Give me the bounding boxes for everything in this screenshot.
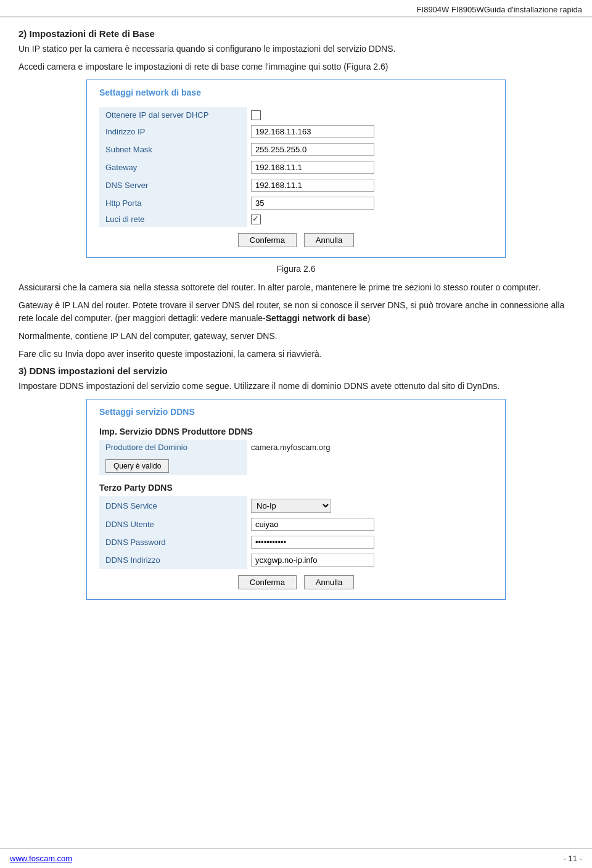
field-label-dhcp: Ottenere IP dal server DHCP	[99, 107, 247, 123]
provider-label: Produttore del Dominio	[99, 440, 247, 454]
http-input[interactable]	[251, 197, 374, 210]
field-value-dhcp	[247, 107, 493, 123]
footer-link[interactable]: www.foscam.com	[10, 854, 72, 863]
field-value-http	[247, 194, 493, 212]
ddns-address-value	[247, 551, 493, 569]
table-row: Luci di rete	[99, 212, 493, 227]
field-label-ip: Indirizzo IP	[99, 123, 247, 141]
query-button[interactable]: Query è valido	[105, 459, 169, 473]
section3-title: 3) DDNS impostazioni del servizio	[18, 366, 574, 376]
para3: Assicurarsi che la camera sia nella stes…	[18, 281, 574, 294]
table-row: DDNS Password	[99, 533, 493, 551]
field-label-http: Http Porta	[99, 194, 247, 212]
figure-caption: Figura 2.6	[18, 264, 574, 274]
ddns-user-label: DDNS Utente	[99, 515, 247, 533]
provider-value: camera.myfoscam.org	[247, 440, 493, 454]
query-empty-cell	[247, 454, 493, 475]
para4-bold: Settaggi network di base	[266, 313, 368, 323]
subnet-input[interactable]	[251, 143, 374, 156]
ddns-confirm-button[interactable]: Conferma	[238, 575, 297, 589]
table-row: Query è valido	[99, 454, 493, 475]
ddns-address-label: DDNS Indirizzo	[99, 551, 247, 569]
network-cancel-button[interactable]: Annulla	[304, 233, 354, 247]
table-row: Indirizzo IP	[99, 123, 493, 141]
header-title: FI8904W FI8905WGuida d'installazione rap…	[417, 5, 582, 14]
page-content: 2) Impostazioni di Rete di Base Un IP st…	[0, 17, 592, 643]
page-footer: www.foscam.com - 11 -	[0, 848, 592, 868]
field-value-subnet	[247, 141, 493, 158]
ddns-service-select[interactable]: No-Ip DynDns 3322	[251, 499, 331, 513]
table-row: DDNS Service No-Ip DynDns 3322	[99, 496, 493, 515]
ddns-box-title: Settaggi servizio DDNS	[99, 407, 493, 419]
page-number: - 11 -	[564, 854, 582, 863]
ddns-service-value: No-Ip DynDns 3322	[247, 496, 493, 515]
field-value-luci	[247, 212, 493, 227]
para6: Fare clic su Invia dopo aver inserito qu…	[18, 348, 574, 361]
third-party-title: Terzo Party DDNS	[99, 483, 493, 493]
table-row: DDNS Utente	[99, 515, 493, 533]
ddns-user-input[interactable]	[251, 518, 374, 531]
foscam-ddns-title: Imp. Servizio DDNS Produttore DDNS	[99, 427, 493, 436]
field-value-dns	[247, 176, 493, 194]
ip-input[interactable]	[251, 125, 374, 138]
page-header: FI8904W FI8905WGuida d'installazione rap…	[0, 0, 592, 17]
table-row: Http Porta	[99, 194, 493, 212]
section2-para1: Un IP statico per la camera è necessaria…	[18, 43, 574, 55]
section2-title: 2) Impostazioni di Rete di Base	[18, 28, 574, 39]
table-row: Subnet Mask	[99, 141, 493, 158]
field-label-subnet: Subnet Mask	[99, 141, 247, 158]
query-btn-cell: Query è valido	[99, 454, 247, 475]
network-box-title: Settaggi network di base	[99, 88, 493, 100]
network-settings-box: Settaggi network di base Ottenere IP dal…	[86, 80, 506, 258]
field-value-ip	[247, 123, 493, 141]
section3-para1: Impostare DDNS impostazioni del servizio…	[18, 380, 574, 393]
ddns-password-input[interactable]	[251, 536, 374, 549]
ddns-service-label: DDNS Service	[99, 496, 247, 515]
luci-checkbox[interactable]	[251, 215, 261, 224]
table-row: DDNS Indirizzo	[99, 551, 493, 569]
ddns-cancel-button[interactable]: Annulla	[304, 575, 354, 589]
field-label-gateway: Gateway	[99, 158, 247, 176]
network-button-row: Conferma Annulla	[99, 233, 493, 247]
section2-para2: Accedi camera e impostare le impostazion…	[18, 60, 574, 73]
table-row: DNS Server	[99, 176, 493, 194]
table-row: Produttore del Dominio camera.myfoscam.o…	[99, 440, 493, 454]
third-party-ddns-table: DDNS Service No-Ip DynDns 3322 DDNS Uten…	[99, 496, 493, 569]
ddns-address-input[interactable]	[251, 554, 374, 567]
dhcp-checkbox[interactable]	[251, 110, 261, 120]
para4: Gateway è IP LAN del router. Potete trov…	[18, 299, 574, 325]
network-confirm-button[interactable]: Conferma	[238, 233, 297, 247]
field-label-luci: Luci di rete	[99, 212, 247, 227]
para4-end: )	[368, 313, 371, 323]
ddns-password-value	[247, 533, 493, 551]
ddns-password-label: DDNS Password	[99, 533, 247, 551]
ddns-button-row: Conferma Annulla	[99, 575, 493, 589]
foscam-ddns-table: Produttore del Dominio camera.myfoscam.o…	[99, 440, 493, 475]
table-row: Ottenere IP dal server DHCP	[99, 107, 493, 123]
field-label-dns: DNS Server	[99, 176, 247, 194]
gateway-input[interactable]	[251, 161, 374, 174]
network-settings-table: Ottenere IP dal server DHCP Indirizzo IP…	[99, 107, 493, 227]
ddns-settings-box: Settaggi servizio DDNS Imp. Servizio DDN…	[86, 399, 506, 600]
ddns-user-value	[247, 515, 493, 533]
field-value-gateway	[247, 158, 493, 176]
para5: Normalmente, contiene IP LAN del compute…	[18, 330, 574, 343]
table-row: Gateway	[99, 158, 493, 176]
dns-input[interactable]	[251, 179, 374, 192]
